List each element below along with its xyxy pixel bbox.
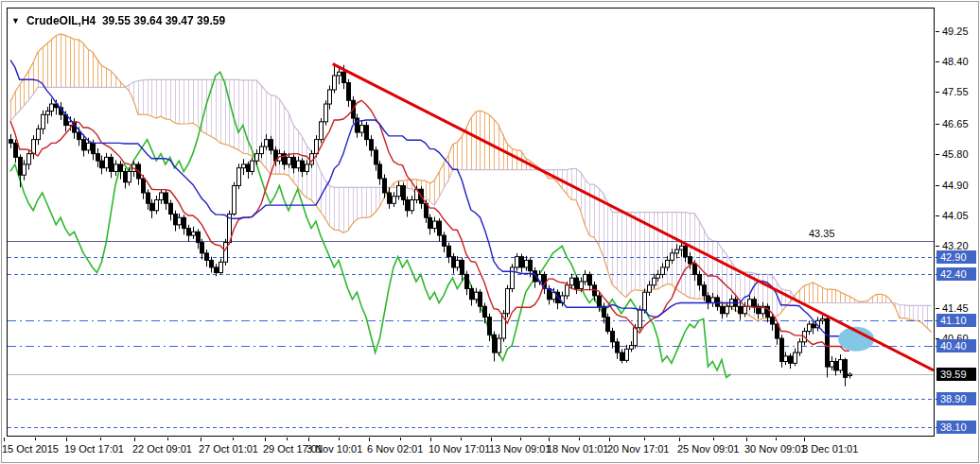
time-axis-label: 25 Nov 09:01 (677, 443, 739, 455)
price-level-badge: 42.40 (936, 267, 976, 281)
time-axis-tick (491, 438, 492, 441)
price-axis-tick (936, 92, 939, 93)
price-axis-tick (936, 154, 939, 155)
price-level-badge: 40.40 (936, 339, 976, 352)
price-level-badge: 38.10 (936, 421, 976, 434)
symbol-timeframe-label: CrudeOIL,H4 (26, 14, 96, 27)
time-axis-label: 13 Nov 09:01 (489, 443, 551, 455)
time-axis-label: 3 Dec 01:01 (802, 443, 858, 455)
time-axis-tick (4, 438, 5, 441)
time-axis-minor-tick (644, 438, 645, 440)
price-axis-label: 44.90 (942, 179, 969, 192)
time-axis-minor-tick (579, 438, 580, 440)
time-axis-tick (549, 438, 550, 441)
price-axis-label: 45.80 (942, 147, 969, 161)
time-axis-minor-tick (520, 438, 521, 440)
time-axis-label: 10 Nov 17:01 (429, 443, 490, 455)
time-axis-tick (609, 438, 610, 441)
price-axis-tick (936, 31, 939, 32)
price-level-badge: 41.10 (936, 314, 976, 327)
time-axis-label: 6 Nov 02:01 (367, 443, 423, 455)
time-axis-label: 27 Oct 01:01 (199, 443, 258, 455)
time-axis-label: 30 Nov 09:01 (744, 443, 806, 455)
price-axis-tick (936, 61, 939, 62)
price-axis-tick (936, 215, 939, 216)
time-axis-tick (265, 438, 266, 441)
collapse-triangle-icon[interactable]: ▼ (11, 16, 20, 26)
price-axis-label: 47.55 (942, 85, 969, 98)
time-axis-label: 3 Nov 10:01 (306, 443, 362, 455)
time-axis-label: 18 Nov 01:01 (547, 443, 608, 455)
time-axis-minor-tick (461, 438, 462, 440)
time-axis-minor-tick (100, 438, 101, 440)
price-axis-tick (936, 308, 939, 309)
chart-title: ▼CrudeOIL,H4 39.55 39.64 39.47 39.59 (11, 11, 225, 26)
time-axis-minor-tick (776, 438, 777, 440)
time-axis-label: 20 Nov 17:01 (607, 443, 669, 455)
chart-window: ▼CrudeOIL,H4 39.55 39.64 39.47 39.59 49.… (0, 0, 980, 464)
time-axis-minor-tick (233, 438, 234, 440)
time-axis-label: 22 Oct 09:01 (132, 443, 192, 455)
time-axis-tick (804, 438, 805, 441)
price-axis[interactable]: 49.2548.4047.5546.6545.8044.9044.0543.20… (936, 0, 980, 438)
price-level-badge: 42.90 (936, 250, 976, 264)
time-axis-minor-tick (167, 438, 168, 440)
price-axis-label: 48.40 (942, 55, 969, 68)
time-axis-minor-tick (339, 438, 340, 440)
chart-plot-area[interactable]: ▼CrudeOIL,H4 39.55 39.64 39.47 39.59 (7, 8, 935, 437)
time-axis-tick (369, 438, 370, 441)
time-axis-label: 19 Oct 17:01 (64, 443, 124, 455)
time-axis-label: 15 Oct 2015 (2, 443, 59, 455)
quote-ohlc-label: 39.55 39.64 39.47 39.59 (102, 14, 225, 27)
price-axis-tick (936, 185, 939, 186)
time-axis-tick (308, 438, 309, 441)
time-axis-tick (134, 438, 135, 441)
time-axis-tick (66, 438, 67, 441)
time-axis-minor-tick (713, 438, 714, 440)
price-axis-tick (936, 246, 939, 247)
price-axis-label: 41.45 (942, 301, 969, 315)
time-axis[interactable]: 15 Oct 201519 Oct 17:0122 Oct 09:0127 Oc… (0, 438, 980, 464)
time-axis-tick (430, 438, 431, 441)
price-axis-label: 46.65 (942, 117, 969, 130)
time-axis-tick (679, 438, 680, 441)
time-axis-minor-tick (35, 438, 36, 440)
time-axis-tick (746, 438, 747, 441)
time-axis-minor-tick (400, 438, 401, 440)
price-axis-label: 44.05 (942, 209, 969, 222)
time-axis-tick (201, 438, 201, 441)
price-chart-canvas[interactable] (8, 9, 934, 436)
current-price-badge: 39.59 (936, 368, 976, 381)
price-axis-label: 49.25 (942, 25, 969, 38)
price-axis-tick (936, 124, 939, 125)
time-axis-minor-tick (287, 438, 288, 440)
price-level-badge: 38.90 (936, 392, 976, 405)
